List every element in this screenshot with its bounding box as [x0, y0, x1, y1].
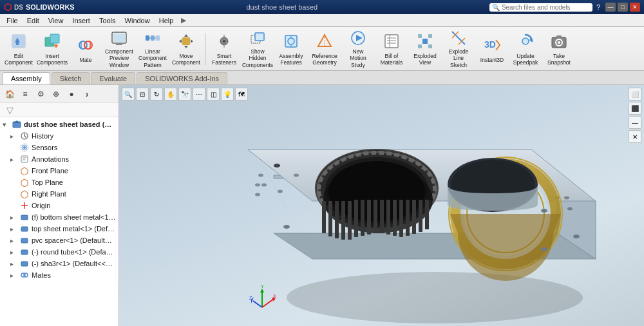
edit-component-button[interactable]: EditComponent	[3, 30, 35, 68]
menu-edit[interactable]: Edit	[23, 16, 43, 25]
help-button[interactable]: ?	[596, 3, 600, 11]
view-more-button[interactable]: ⋯	[193, 88, 205, 101]
maximize-button[interactable]: □	[618, 3, 628, 12]
sidebar-dot-button[interactable]: ●	[64, 87, 79, 101]
reference-geometry-icon	[314, 32, 335, 52]
tree-expand-sha3r[interactable]: ▸	[10, 260, 18, 267]
svg-rect-94	[335, 201, 339, 238]
tree-expand-pvc-spacer[interactable]: ▸	[10, 237, 18, 244]
menu-help[interactable]: Help	[155, 16, 178, 25]
tree-expand-top-sheet[interactable]: ▸	[10, 225, 18, 233]
tree-item-annotations[interactable]: ▸ Annotations	[0, 153, 118, 165]
view-rotate-button[interactable]: ↻	[150, 88, 163, 101]
sidebar-settings-button[interactable]: ⚙	[33, 87, 48, 101]
title-text: dust shoe sheet based	[246, 3, 317, 11]
view-zoom-in-button[interactable]: 🔍	[122, 88, 135, 101]
tree-label-history: History	[32, 132, 53, 140]
svg-rect-35	[418, 34, 422, 38]
component-preview-label: ComponentPreviewWindow	[105, 48, 133, 68]
logo-prefix: DS	[14, 4, 23, 11]
tree-expand-history[interactable]: ▸	[10, 133, 18, 140]
tree-item-sha3r[interactable]: ▸ (-) sha3r<1> (Default<<Default>_D	[0, 258, 118, 269]
svg-text:3D: 3D	[484, 39, 496, 50]
menu-tools[interactable]: Tools	[95, 16, 120, 25]
tree-item-root[interactable]: ▾ dust shoe sheet based (Default<Display	[0, 119, 118, 130]
svg-rect-97	[354, 200, 358, 237]
tree-item-bottom-sheet[interactable]: ▸ (f) bottom sheet metal<1> (Default <	[0, 211, 118, 223]
sidebar-add-button[interactable]: ⊕	[49, 87, 63, 101]
smart-fasteners-label: SmartFasteners	[212, 53, 236, 66]
svg-rect-29	[385, 35, 398, 48]
search-input[interactable]	[502, 4, 573, 11]
tab-solidworks-addins[interactable]: SOLIDWORKS Add-Ins	[137, 72, 227, 84]
view-orientation-button[interactable]: 🗺	[235, 88, 248, 101]
menu-view[interactable]: View	[44, 16, 68, 25]
move-component-button[interactable]: MoveComponent	[170, 30, 202, 68]
tree-item-front-plane[interactable]: Front Plane	[0, 165, 118, 177]
insert-components-button[interactable]: InsertComponents	[36, 30, 68, 68]
update-speedpak-button[interactable]: UpdateSpeedpak	[509, 30, 542, 68]
svg-point-18	[223, 40, 225, 43]
viewport-right-toolbar: ⬜ ⬛ — ✕	[629, 88, 641, 143]
svg-marker-121	[260, 289, 264, 292]
tree-label-origin: Origin	[32, 202, 50, 209]
tree-expand-top-plane	[10, 179, 18, 186]
linear-pattern-label: LinearComponentPattern	[138, 48, 167, 68]
tree-item-origin[interactable]: Origin	[0, 200, 118, 211]
minimize-button[interactable]: —	[605, 3, 616, 12]
tree-item-mates[interactable]: ▸ Mates	[0, 269, 118, 281]
take-snapshot-button[interactable]: TakeSnapshot	[543, 30, 575, 68]
tree-expand-annotations[interactable]: ▸	[10, 156, 18, 163]
feature-tree: ▾ dust shoe sheet based (Default<Display…	[0, 117, 118, 326]
sidebar-home-button[interactable]: 🏠	[3, 87, 17, 101]
tree-item-right-plane[interactable]: Right Plant	[0, 188, 118, 200]
view-fit-button[interactable]: ⊡	[136, 88, 149, 101]
view-close-viewport-button[interactable]: ✕	[629, 130, 641, 143]
viewport[interactable]: 🔍 ⊡ ↻ ✋ 🔭 ⋯ ◫ 💡 🗺 ⬜ ⬛ — ✕ Y X	[119, 85, 644, 326]
tree-item-sensors[interactable]: Sensors	[0, 142, 118, 153]
view-pan-button[interactable]: ✋	[164, 88, 177, 101]
assembly-features-button[interactable]: AssemblyFeatures	[275, 30, 307, 68]
tree-expand-mates[interactable]: ▸	[10, 272, 18, 279]
tree-label-root: dust shoe sheet based (Default<Display	[24, 120, 116, 128]
exploded-view-button[interactable]: ExplodedView	[409, 30, 441, 68]
view-zoom-out-button[interactable]: 🔭	[178, 88, 191, 101]
tree-expand-round-tube[interactable]: ▸	[10, 249, 18, 256]
tab-assembly[interactable]: Assembly	[3, 72, 50, 84]
bill-of-materials-button[interactable]: Bill ofMaterials	[375, 30, 408, 68]
tree-item-pvc-spacer[interactable]: ▸ pvc spacer<1> (Default<<Default>...	[0, 235, 118, 246]
component-preview-button[interactable]: ComponentPreviewWindow	[103, 30, 135, 68]
sidebar-arrow-button[interactable]: ›	[80, 87, 94, 101]
menu-file[interactable]: File	[3, 16, 22, 25]
menu-bar: File Edit View Insert Tools Window Help …	[0, 14, 644, 27]
view-minimize-button[interactable]: —	[629, 116, 641, 129]
tree-item-top-sheet[interactable]: ▸ top sheet metal<1> (Default<<Defa...	[0, 223, 118, 235]
tree-expand-root[interactable]: ▾	[3, 121, 10, 128]
tab-sketch[interactable]: Sketch	[52, 72, 90, 84]
explode-line-sketch-button[interactable]: ExplodeLineSketch	[442, 30, 475, 68]
reference-geometry-button[interactable]: ReferenceGeometry	[308, 30, 341, 68]
tree-item-top-plane[interactable]: Top Plane	[0, 177, 118, 188]
search-box[interactable]: 🔍	[489, 3, 592, 12]
show-hidden-button[interactable]: ShowHiddenComponents	[242, 30, 274, 68]
tab-evaluate[interactable]: Evaluate	[91, 72, 135, 84]
tree-item-history[interactable]: ▸ History	[0, 130, 118, 142]
new-motion-study-button[interactable]: NewMotionStudy	[342, 30, 374, 68]
close-button[interactable]: ✕	[630, 3, 640, 12]
linear-pattern-button[interactable]: LinearComponentPattern	[137, 30, 169, 68]
smart-fasteners-button[interactable]: SmartFasteners	[208, 30, 240, 68]
menu-window[interactable]: Window	[121, 16, 154, 25]
view-display-button[interactable]: 💡	[221, 88, 234, 101]
view-split-h-button[interactable]: ⬛	[629, 102, 641, 115]
tree-item-round-tube[interactable]: ▸ (-) round tube<1> (Default<<Defau...	[0, 246, 118, 258]
svg-point-86	[564, 197, 569, 200]
svg-rect-14	[151, 35, 155, 41]
main-toolbar: EditComponent InsertComponents Mate Comp…	[0, 27, 644, 71]
instant3d-button[interactable]: 3D Instant3D	[476, 30, 508, 68]
sidebar-list-button[interactable]: ≡	[18, 87, 32, 101]
mate-button[interactable]: Mate	[70, 30, 102, 68]
menu-insert[interactable]: Insert	[68, 16, 94, 25]
view-expand-button[interactable]: ⬜	[629, 88, 641, 101]
view-section-button[interactable]: ◫	[207, 88, 220, 101]
tree-expand-bottom-sheet[interactable]: ▸	[10, 214, 18, 221]
